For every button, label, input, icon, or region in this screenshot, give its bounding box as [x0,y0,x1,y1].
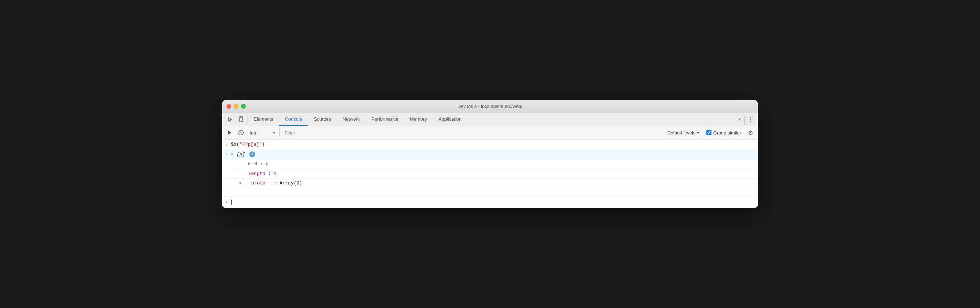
input-arrow-1: › [222,141,229,148]
tab-performance[interactable]: Performance [366,113,404,126]
tab-elements[interactable]: Elements [248,113,279,126]
console-output-array: ‹ ▼ [p] i [222,150,758,160]
tab-bar: Elements Console Sources Network Perform… [222,113,758,126]
title-bar: DevTools - localhost:8080/web/ [222,100,758,113]
clear-console-button[interactable] [236,128,246,138]
tab-sources[interactable]: Sources [308,113,337,126]
item-0-chevron [248,162,250,165]
tab-application[interactable]: Application [433,113,468,126]
console-item-content-0: 0 : p [238,161,755,168]
console-proto-content: __proto__ : Array(0) [229,180,755,187]
toolbar-divider-1 [279,128,280,137]
console-toolbar: top iframe ▾ Default levels ▾ Group simi… [222,126,758,140]
back-arrow: ‹ [222,151,229,157]
item-0-key: 0 [255,161,257,167]
console-array-content: ▼ [p] i [229,151,755,158]
item-gutter-0 [231,161,238,161]
console-settings-button[interactable]: ⚙ [746,128,756,138]
length-gutter [222,170,229,171]
array-label: [p] [237,152,245,157]
proto-key: __proto__ [246,180,271,186]
proto-colon: : [274,180,280,186]
input-prompt-gutter: › [222,199,229,206]
console-active-input-content[interactable] [229,199,755,206]
console-item-0: 0 : p [231,160,758,169]
length-colon: : [268,171,274,177]
console-output: › $x("//p[a]") ‹ ▼ [p] i [222,140,758,208]
console-input-content-1: $x("//p[a]") [229,141,755,148]
console-item-length: length : 1 [222,169,758,179]
minimize-button[interactable] [234,104,239,109]
array-expand-arrow[interactable]: ▼ [231,151,233,158]
svg-point-1 [241,121,241,122]
group-similar-checkbox-wrapper[interactable]: Group similar [703,129,744,137]
console-cursor [231,199,232,205]
proto-gutter [222,180,229,180]
array-info-badge[interactable]: i [249,152,255,157]
console-length-content: length : 1 [229,170,755,177]
mobile-icon[interactable] [236,114,246,124]
devtools-settings-button[interactable]: ⋮ [745,113,756,126]
filter-input[interactable] [283,129,474,136]
length-value: 1 [274,171,277,177]
proto-expand[interactable] [240,180,243,187]
tab-spacer [467,113,735,126]
item-0-colon: : [260,161,266,167]
svg-line-5 [239,131,243,135]
more-tabs-button[interactable]: » [735,113,745,126]
console-item-proto: __proto__ : Array(0) [222,179,758,188]
devtools-window: DevTools - localhost:8080/web/ Elements [222,100,758,208]
group-similar-checkbox[interactable] [706,130,711,135]
maximize-button[interactable] [241,104,246,109]
close-button[interactable] [226,104,231,109]
execute-button[interactable] [224,128,234,138]
default-levels-chevron: ▾ [697,131,699,135]
window-title: DevTools - localhost:8080/web/ [457,104,523,109]
svg-marker-3 [228,131,231,135]
tab-memory[interactable]: Memory [404,113,433,126]
default-levels-button[interactable]: Default levels ▾ [665,129,702,137]
proto-value: Array(0) [279,180,302,186]
tab-console[interactable]: Console [279,113,308,126]
console-active-input[interactable]: › [222,196,758,208]
proto-chevron [240,182,242,184]
console-spacer-line [222,188,758,196]
console-input-line-1: › $x("//p[a]") [222,140,758,150]
group-similar-label: Group similar [713,130,741,136]
item-0-expand[interactable] [248,161,251,168]
length-key: length [248,171,265,177]
traffic-lights [226,104,246,109]
context-selector[interactable]: top iframe [248,129,277,136]
item-0-value: p [266,161,269,167]
context-selector-wrapper[interactable]: top iframe ▾ [248,129,277,136]
tab-network[interactable]: Network [337,113,366,126]
tab-icons [224,113,248,126]
cursor-icon[interactable] [225,114,235,124]
input-prompt-arrow: › [225,199,228,206]
